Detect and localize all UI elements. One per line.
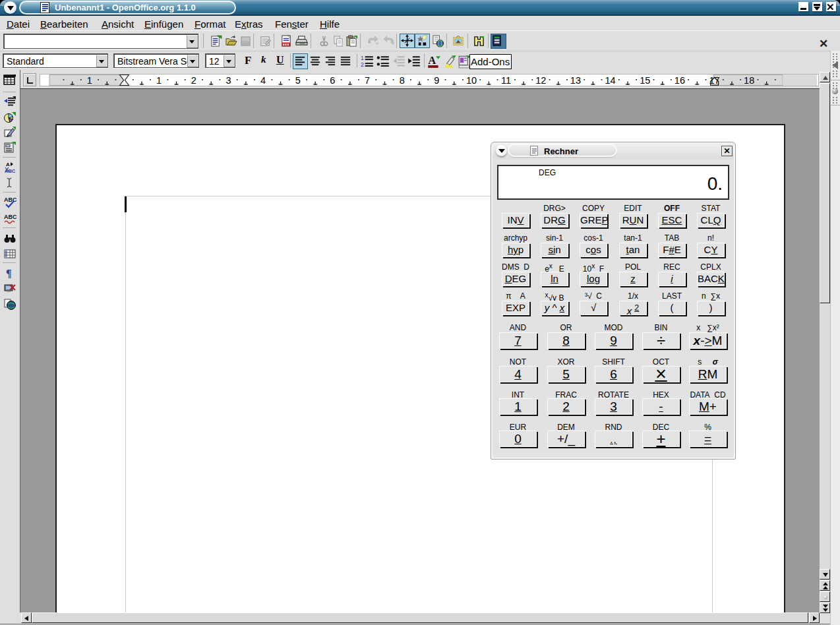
svg-text:2: 2 <box>361 61 364 68</box>
svg-text:ABC: ABC <box>4 196 16 203</box>
svg-text:A: A <box>428 54 436 67</box>
svg-text:A: A <box>6 162 10 167</box>
svg-text:ABC: ABC <box>5 168 16 174</box>
svg-text:ABC: ABC <box>4 214 16 220</box>
svg-text:1: 1 <box>361 55 364 61</box>
svg-text:¶: ¶ <box>6 268 12 279</box>
